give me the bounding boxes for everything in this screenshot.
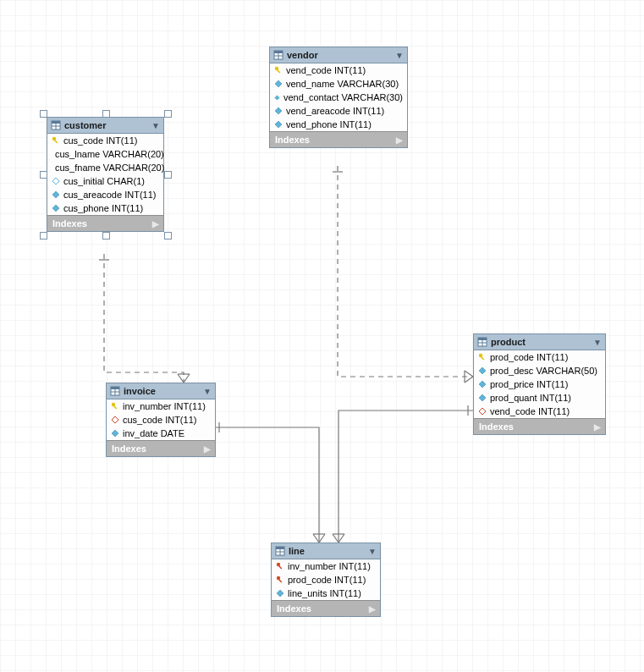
entity-title: customer bbox=[64, 120, 148, 130]
svg-rect-54 bbox=[278, 579, 282, 582]
diamond-icon bbox=[478, 407, 487, 416]
diamond-icon bbox=[274, 80, 283, 88]
entity-header[interactable]: vendor▼ bbox=[270, 47, 407, 63]
column-row[interactable]: vend_code INT(11) bbox=[474, 405, 605, 418]
indexes-section[interactable]: Indexes▶ bbox=[107, 440, 215, 456]
indexes-section[interactable]: Indexes▶ bbox=[270, 131, 407, 147]
entity-header[interactable]: product▼ bbox=[474, 334, 605, 350]
column-text: inv_number INT(11) bbox=[288, 561, 371, 571]
key-yellow-icon bbox=[478, 353, 487, 361]
column-row[interactable]: prod_desc VARCHAR(50) bbox=[474, 364, 605, 377]
column-row[interactable]: cus_phone INT(11) bbox=[47, 201, 163, 215]
column-row[interactable]: inv_date DATE bbox=[107, 427, 215, 440]
indexes-label: Indexes bbox=[52, 218, 87, 229]
column-row[interactable]: vend_name VARCHAR(30) bbox=[270, 77, 407, 91]
chevron-right-icon: ▶ bbox=[396, 135, 403, 145]
column-text: cus_code INT(11) bbox=[63, 135, 137, 146]
column-row[interactable]: prod_code INT(11) bbox=[272, 573, 380, 587]
svg-marker-17 bbox=[52, 191, 59, 198]
diamond-icon bbox=[52, 190, 60, 199]
column-row[interactable]: inv_number INT(11) bbox=[272, 559, 380, 573]
diamond-icon bbox=[111, 429, 119, 438]
indexes-section[interactable]: Indexes▶ bbox=[272, 600, 380, 616]
diamond-icon bbox=[478, 366, 487, 375]
entity-invoice[interactable]: invoice▼inv_number INT(11)cus_code INT(1… bbox=[106, 383, 216, 457]
collapse-icon[interactable]: ▼ bbox=[203, 387, 212, 396]
column-row[interactable]: line_units INT(11) bbox=[272, 587, 380, 600]
chevron-right-icon: ▶ bbox=[369, 604, 376, 614]
svg-marker-36 bbox=[112, 430, 118, 437]
column-row[interactable]: cus_lname VARCHAR(20) bbox=[47, 147, 163, 161]
entity-header[interactable]: customer▼ bbox=[47, 118, 163, 134]
entity-line[interactable]: line▼inv_number INT(11)prod_code INT(11)… bbox=[271, 543, 381, 617]
column-text: inv_date DATE bbox=[123, 428, 184, 438]
indexes-label: Indexes bbox=[112, 443, 146, 454]
column-row[interactable]: cus_areacode INT(11) bbox=[47, 188, 163, 201]
column-text: prod_quant INT(11) bbox=[490, 393, 571, 403]
entity-header[interactable]: line▼ bbox=[272, 543, 380, 559]
column-text: vend_name VARCHAR(30) bbox=[286, 79, 399, 89]
entity-vendor[interactable]: vendor▼vend_code INT(11)vend_name VARCHA… bbox=[269, 47, 408, 148]
chevron-right-icon: ▶ bbox=[204, 444, 211, 454]
table-icon bbox=[273, 50, 283, 60]
svg-rect-24 bbox=[277, 69, 280, 73]
collapse-icon[interactable]: ▼ bbox=[593, 338, 602, 347]
svg-marker-35 bbox=[112, 416, 118, 423]
column-row[interactable]: vend_phone INT(11) bbox=[270, 118, 407, 131]
diamond-icon bbox=[276, 589, 284, 598]
collapse-icon[interactable]: ▼ bbox=[395, 51, 404, 60]
column-row[interactable]: cus_code INT(11) bbox=[47, 134, 163, 147]
diamond-icon bbox=[274, 93, 280, 102]
entity-header[interactable]: invoice▼ bbox=[107, 383, 215, 399]
diamond-icon bbox=[478, 380, 487, 388]
key-red-icon bbox=[276, 562, 284, 570]
entity-columns: prod_code INT(11)prod_desc VARCHAR(50)pr… bbox=[474, 350, 605, 418]
svg-marker-43 bbox=[479, 367, 486, 374]
key-yellow-icon bbox=[52, 136, 60, 145]
column-row[interactable]: cus_fname VARCHAR(20) bbox=[47, 161, 163, 174]
diamond-icon bbox=[478, 394, 487, 402]
column-text: cus_code INT(11) bbox=[123, 415, 196, 425]
svg-marker-45 bbox=[479, 394, 486, 401]
entity-columns: inv_number INT(11)prod_code INT(11)line_… bbox=[272, 559, 380, 600]
column-row[interactable]: prod_price INT(11) bbox=[474, 377, 605, 391]
column-text: vend_areacode INT(11) bbox=[286, 106, 384, 116]
table-icon bbox=[477, 337, 487, 347]
key-red-icon bbox=[276, 576, 284, 584]
collapse-icon[interactable]: ▼ bbox=[368, 547, 377, 556]
indexes-label: Indexes bbox=[277, 603, 311, 614]
indexes-section[interactable]: Indexes▶ bbox=[474, 418, 605, 434]
column-row[interactable]: prod_code INT(11) bbox=[474, 350, 605, 364]
column-text: vend_phone INT(11) bbox=[286, 119, 372, 129]
column-row[interactable]: prod_quant INT(11) bbox=[474, 391, 605, 405]
svg-marker-44 bbox=[479, 381, 486, 388]
diamond-icon bbox=[52, 177, 60, 185]
collapse-icon[interactable]: ▼ bbox=[151, 121, 160, 130]
chevron-right-icon: ▶ bbox=[152, 219, 159, 229]
column-text: cus_areacode INT(11) bbox=[63, 190, 156, 200]
column-row[interactable]: cus_initial CHAR(1) bbox=[47, 174, 163, 188]
entity-customer[interactable]: customer▼cus_code INT(11)cus_lname VARCH… bbox=[47, 117, 164, 232]
svg-marker-55 bbox=[277, 590, 283, 597]
indexes-label: Indexes bbox=[479, 421, 514, 432]
table-icon bbox=[51, 120, 61, 130]
column-row[interactable]: vend_areacode INT(11) bbox=[270, 104, 407, 118]
entity-columns: cus_code INT(11)cus_lname VARCHAR(20)cus… bbox=[47, 134, 163, 215]
svg-point-23 bbox=[275, 67, 278, 70]
svg-rect-42 bbox=[481, 356, 484, 360]
column-row[interactable]: vend_code INT(11) bbox=[270, 63, 407, 77]
svg-point-12 bbox=[52, 137, 56, 140]
svg-rect-38 bbox=[478, 338, 487, 340]
indexes-section[interactable]: Indexes▶ bbox=[47, 215, 163, 231]
column-row[interactable]: inv_number INT(11) bbox=[107, 399, 215, 413]
entity-product[interactable]: product▼prod_code INT(11)prod_desc VARCH… bbox=[473, 333, 606, 435]
column-row[interactable]: cus_code INT(11) bbox=[107, 413, 215, 427]
svg-rect-9 bbox=[52, 121, 60, 124]
svg-marker-16 bbox=[52, 178, 59, 185]
column-text: prod_code INT(11) bbox=[288, 575, 366, 585]
entity-columns: inv_number INT(11)cus_code INT(11)inv_da… bbox=[107, 399, 215, 440]
diamond-icon bbox=[274, 107, 283, 115]
diamond-icon bbox=[274, 120, 283, 129]
column-row[interactable]: vend_contact VARCHAR(30) bbox=[270, 91, 407, 104]
entity-columns: vend_code INT(11)vend_name VARCHAR(30)ve… bbox=[270, 63, 407, 131]
